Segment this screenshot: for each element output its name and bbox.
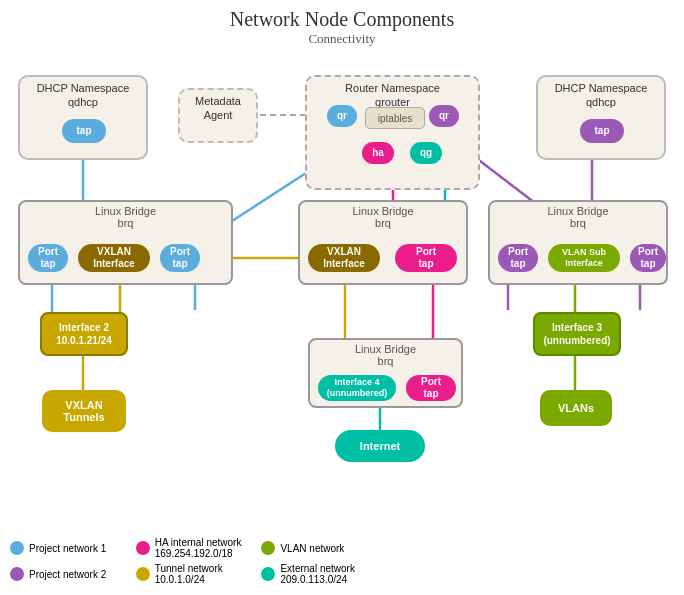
- lb-right: Linux Bridgebrq Porttap VLAN SubInterfac…: [488, 200, 668, 285]
- legend-external: External network209.0.113.0/24: [261, 563, 367, 585]
- sub-title: Connectivity: [0, 31, 684, 47]
- interface3-label: Interface 3(unnumbered): [543, 321, 610, 347]
- lb-bottom-iface4: Interface 4(unnumbered): [318, 375, 396, 401]
- legend-ha: HA internal network169.254.192.0/18: [136, 537, 242, 559]
- lb-bottom-label: Linux Bridgebrq: [310, 340, 461, 367]
- legend: Project network 1 HA internal network169…: [10, 537, 367, 585]
- lb-left-port: Porttap: [28, 244, 68, 272]
- legend-dot-ha: [136, 541, 150, 555]
- lb-left: Linux Bridgebrq Porttap VXLANInterface P…: [18, 200, 233, 285]
- dhcp-namespace-left: DHCP Namespaceqdhcp tap: [18, 75, 148, 160]
- dhcp-left-tap: tap: [62, 119, 106, 143]
- legend-tunnel: Tunnel network10.0.1.0/24: [136, 563, 242, 585]
- lb-right-vlan-sub: VLAN SubInterface: [548, 244, 620, 272]
- vlans-label: VLANs: [558, 402, 594, 414]
- router-namespace: Router Namespaceqrouter iptables qr qr h…: [305, 75, 480, 190]
- interface2-label: Interface 210.0.1.21/24: [56, 321, 112, 347]
- legend-dot-vlan: [261, 541, 275, 555]
- legend-dot-external: [261, 567, 275, 581]
- legend-vlan: VLAN network: [261, 537, 367, 559]
- legend-project1: Project network 1: [10, 537, 116, 559]
- lb-right-label: Linux Bridgebrq: [490, 202, 666, 229]
- lb-middle-vxlan: VXLANInterface: [308, 244, 380, 272]
- lb-middle-port-tap: Porttap: [395, 244, 457, 272]
- dhcp-ns-left-label: DHCP Namespaceqdhcp: [20, 77, 146, 110]
- dhcp-ns-right-label: DHCP Namespaceqdhcp: [538, 77, 664, 110]
- lb-left-vxlan: VXLANInterface: [78, 244, 150, 272]
- internet-label: Internet: [360, 440, 400, 452]
- dhcp-right-tap: tap: [580, 119, 624, 143]
- legend-label-external: External network209.0.113.0/24: [280, 563, 354, 585]
- dhcp-namespace-right: DHCP Namespaceqdhcp tap: [536, 75, 666, 160]
- legend-label-vlan: VLAN network: [280, 543, 344, 554]
- vxlan-tunnels: VXLANTunnels: [42, 390, 126, 432]
- legend-dot-project2: [10, 567, 24, 581]
- interface2-box: Interface 210.0.1.21/24: [40, 312, 128, 356]
- legend-project2: Project network 2: [10, 563, 116, 585]
- legend-dot-tunnel: [136, 567, 150, 581]
- lb-middle-label: Linux Bridgebrq: [300, 202, 466, 229]
- lb-right-port-left: Porttap: [498, 244, 538, 272]
- router-ns-label: Router Namespaceqrouter: [307, 77, 478, 110]
- iptables: iptables: [365, 107, 425, 129]
- vxlan-tunnels-label: VXLANTunnels: [63, 399, 104, 423]
- lb-middle: Linux Bridgebrq VXLANInterface Porttap: [298, 200, 468, 285]
- lb-bottom: Linux Bridgebrq Interface 4(unnumbered) …: [308, 338, 463, 408]
- router-qr-left: qr: [327, 105, 357, 127]
- router-ha: ha: [362, 142, 394, 164]
- vlans-box: VLANs: [540, 390, 612, 426]
- legend-dot-project1: [10, 541, 24, 555]
- lb-left-label: Linux Bridgebrq: [20, 202, 231, 229]
- metadata-label: MetadataAgent: [180, 90, 256, 123]
- legend-label-project1: Project network 1: [29, 543, 106, 554]
- legend-label-project2: Project network 2: [29, 569, 106, 580]
- lb-bottom-port-tap: Porttap: [406, 375, 456, 401]
- interface3-box: Interface 3(unnumbered): [533, 312, 621, 356]
- metadata-agent-box: MetadataAgent: [178, 88, 258, 143]
- legend-label-tunnel: Tunnel network10.0.1.0/24: [155, 563, 223, 585]
- diagram: Network Node Components Connectivity: [0, 0, 684, 595]
- title-area: Network Node Components Connectivity: [0, 0, 684, 47]
- legend-label-ha: HA internal network169.254.192.0/18: [155, 537, 242, 559]
- router-qg: qg: [410, 142, 442, 164]
- lb-right-port-right: Porttap: [630, 244, 666, 272]
- internet-box: Internet: [335, 430, 425, 462]
- main-title: Network Node Components: [0, 8, 684, 31]
- lb-left-port-tap-right: Porttap: [160, 244, 200, 272]
- router-qr-right: qr: [429, 105, 459, 127]
